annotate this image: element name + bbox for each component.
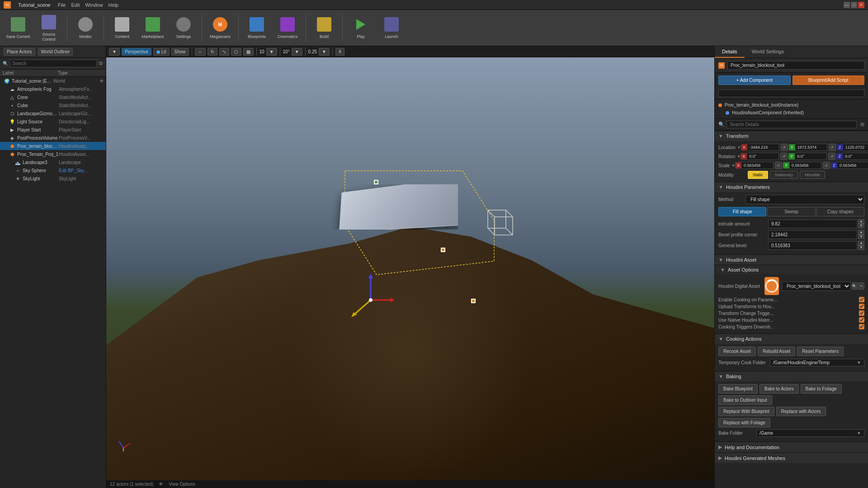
viewport-dropdown-button[interactable]: ▼ <box>109 48 120 56</box>
scale-y-input[interactable] <box>790 162 821 169</box>
outliner-search-input[interactable] <box>10 60 97 67</box>
general-bevel-input[interactable] <box>768 241 857 250</box>
bake-to-foliage-button[interactable]: Bake to Foliage <box>801 384 842 394</box>
translate-button[interactable]: ↔ <box>195 48 206 56</box>
minimize-button[interactable]: — <box>844 2 850 8</box>
location-z-input[interactable] <box>844 144 868 151</box>
digital-asset-select[interactable]: Proc_terrain_blockout_tool <box>782 282 851 291</box>
location-y-reset[interactable]: ↺ <box>829 144 836 151</box>
list-item[interactable]: ◈ PostProcessVolume PostProcessV... <box>0 134 106 142</box>
lit-button[interactable]: ◼ Lit <box>153 48 169 56</box>
bake-to-outliner-button[interactable]: Bake to Outliner Input <box>718 395 772 405</box>
scale-x-reset[interactable]: ↺ <box>775 162 782 169</box>
launch-button[interactable]: Launch <box>377 12 406 44</box>
add-component-button[interactable]: + Add Component <box>718 75 791 85</box>
menu-help[interactable]: Help <box>108 2 119 8</box>
digital-asset-edit-button[interactable]: ✎ <box>859 282 864 290</box>
search-details-input[interactable] <box>726 121 857 128</box>
marketplace-button[interactable]: Marketplace <box>138 12 167 44</box>
extrude-input[interactable] <box>768 220 857 228</box>
rotation-label[interactable]: Rotation ▼ <box>718 154 741 159</box>
megascans-button[interactable]: M Megascans <box>206 12 235 44</box>
place-actors-button[interactable]: Place Actors <box>4 48 35 56</box>
enable-cooking-checkbox[interactable] <box>859 297 864 302</box>
surface-snap-button[interactable]: ⬡ <box>231 48 241 56</box>
bevel-corner-input[interactable] <box>768 230 857 239</box>
search-components-input[interactable] <box>718 89 864 97</box>
help-section-header[interactable]: ▶ Help and Documentation <box>715 441 868 452</box>
baking-section-header[interactable]: ▼ Baking <box>715 371 868 381</box>
rotation-y-reset[interactable]: ↺ <box>828 153 835 160</box>
content-button[interactable]: Content <box>108 12 137 44</box>
close-button[interactable]: ✕ <box>858 2 864 8</box>
cinematics-button[interactable]: Cinematics <box>273 12 302 44</box>
blueprint-script-button[interactable]: Blueprint/Add Script <box>793 75 865 85</box>
rotation-y-input[interactable] <box>795 153 827 160</box>
transform-change-checkbox[interactable] <box>859 310 864 316</box>
component-inherited-item[interactable]: HoudiniAssetComponent (Inherited) <box>718 109 864 117</box>
scale-z-input[interactable] <box>838 162 868 169</box>
static-mobility-button[interactable]: Static <box>748 171 768 179</box>
rotation-x-reset[interactable]: ↺ <box>780 153 788 160</box>
maximize-button[interactable]: □ <box>851 2 857 8</box>
list-item[interactable]: △ Cone StaticMeshAct... <box>0 93 106 101</box>
transform-section-header[interactable]: ▼ Transform <box>715 131 868 141</box>
scale-x-input[interactable] <box>742 162 774 169</box>
fill-shape-button[interactable]: Fill shape <box>718 207 766 216</box>
list-item[interactable]: ⬟ Proc_Terrain_Proj_1 HoudiniAsset... <box>0 150 106 158</box>
play-button[interactable]: Play <box>346 12 375 44</box>
scale-button[interactable]: ⤡ <box>219 48 229 56</box>
tab-world-settings[interactable]: World Settings <box>745 46 791 58</box>
bake-blueprint-button[interactable]: Bake Blueprint <box>718 384 758 394</box>
replace-blueprint-button[interactable]: Replace With Blueprint <box>718 407 774 416</box>
scale-label[interactable]: Scale ▼ <box>718 163 735 168</box>
digital-asset-search-button[interactable]: 🔍 <box>852 282 858 290</box>
bevel-down[interactable]: ▼ <box>858 235 864 239</box>
scale-y-reset[interactable]: ↺ <box>823 162 830 169</box>
recook-asset-button[interactable]: Recook Asset <box>718 347 756 356</box>
source-control-button[interactable]: Source Control <box>34 12 63 44</box>
tab-details[interactable]: Details <box>715 46 745 58</box>
movable-mobility-button[interactable]: Movable <box>800 171 825 179</box>
menu-edit[interactable]: Edit <box>71 2 80 8</box>
settings-button[interactable]: Settings <box>169 12 198 44</box>
upload-transforms-checkbox[interactable] <box>859 304 864 309</box>
use-native-checkbox[interactable] <box>859 317 864 323</box>
list-item[interactable]: ☁ Atmospheric Fog AtmosphericFo... <box>0 85 106 93</box>
sweep-button[interactable]: Sweep <box>767 207 815 216</box>
location-x-reset[interactable]: ↺ <box>781 144 788 151</box>
rebuild-asset-button[interactable]: Rebuild Asset <box>758 347 795 356</box>
grid-button[interactable]: ▦ <box>243 48 254 56</box>
component-name-input[interactable] <box>727 61 864 70</box>
houdini-meshes-section-header[interactable]: ▶ Houdini Generated Meshes <box>715 452 868 463</box>
menu-file[interactable]: File <box>58 2 66 8</box>
bevel-up[interactable]: ▲ <box>858 230 864 235</box>
world-outliner-button[interactable]: World Outliner <box>38 48 73 56</box>
reset-parameters-button[interactable]: Reset Parameters <box>797 347 844 356</box>
general-bevel-up[interactable]: ▲ <box>858 241 864 245</box>
asset-options-header[interactable]: ▼ Asset Options <box>715 265 868 274</box>
list-item[interactable]: 💡 Light Source DirectionalLig... <box>0 117 106 126</box>
extrude-down[interactable]: ▼ <box>858 224 864 228</box>
list-item[interactable]: ☀ SkyLight SkyLight <box>0 174 106 183</box>
modes-button[interactable]: Modes <box>71 12 100 44</box>
list-item[interactable]: 🗻 Landscape3 Landscape <box>0 158 106 166</box>
location-y-input[interactable] <box>796 144 827 151</box>
scale-down-button[interactable]: ▼ <box>319 48 330 56</box>
bake-folder-value[interactable]: /Game ▼ <box>756 429 864 437</box>
angle-down-button[interactable]: ▼ <box>292 48 302 56</box>
extrude-up[interactable]: ▲ <box>858 219 864 224</box>
visibility-icon[interactable]: 👁 <box>99 79 104 84</box>
list-item[interactable]: 🌍 Tutorial_scene (Editor) World 👁 <box>0 77 106 85</box>
general-bevel-down[interactable]: ▼ <box>858 245 864 250</box>
temp-folder-value[interactable]: /Game/HoudiniEngine/Temp ▼ <box>770 359 864 366</box>
perspective-button[interactable]: Perspective <box>122 48 151 56</box>
houdini-asset-section-header[interactable]: ▼ Houdini Asset <box>715 254 868 265</box>
replace-foliage-button[interactable]: Replace with Foliage <box>718 418 770 427</box>
filter-icon[interactable]: ⚙ <box>99 61 103 66</box>
build-button[interactable]: Build <box>310 12 339 44</box>
replace-actors-button[interactable]: Replace with Actors <box>776 407 826 416</box>
blueprints-button[interactable]: Blueprints <box>242 12 271 44</box>
list-item[interactable]: ○ Sky Sphere Edit BP_Sky... <box>0 166 106 174</box>
rotation-z-input[interactable] <box>843 153 868 160</box>
